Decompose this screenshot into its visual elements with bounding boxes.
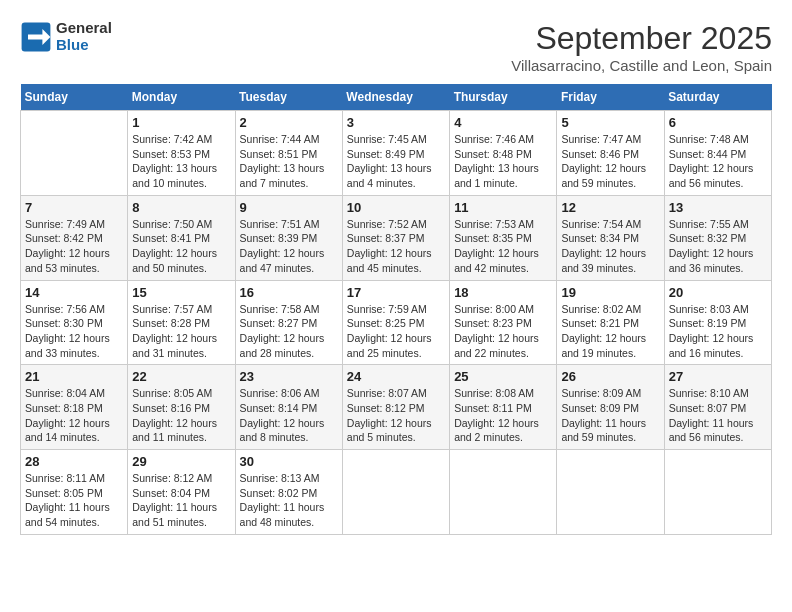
header-friday: Friday bbox=[557, 84, 664, 111]
calendar-week-2: 7 Sunrise: 7:49 AM Sunset: 8:42 PM Dayli… bbox=[21, 195, 772, 280]
logo-text-general: General bbox=[56, 20, 112, 37]
calendar-cell: 24 Sunrise: 8:07 AM Sunset: 8:12 PM Dayl… bbox=[342, 365, 449, 450]
calendar-cell: 17 Sunrise: 7:59 AM Sunset: 8:25 PM Dayl… bbox=[342, 280, 449, 365]
header-sunday: Sunday bbox=[21, 84, 128, 111]
calendar-cell: 5 Sunrise: 7:47 AM Sunset: 8:46 PM Dayli… bbox=[557, 111, 664, 196]
calendar-cell: 27 Sunrise: 8:10 AM Sunset: 8:07 PM Dayl… bbox=[664, 365, 771, 450]
calendar-cell: 18 Sunrise: 8:00 AM Sunset: 8:23 PM Dayl… bbox=[450, 280, 557, 365]
day-number: 5 bbox=[561, 115, 659, 130]
calendar-week-4: 21 Sunrise: 8:04 AM Sunset: 8:18 PM Dayl… bbox=[21, 365, 772, 450]
day-info: Sunrise: 8:11 AM Sunset: 8:05 PM Dayligh… bbox=[25, 471, 123, 530]
day-info: Sunrise: 8:09 AM Sunset: 8:09 PM Dayligh… bbox=[561, 386, 659, 445]
day-info: Sunrise: 7:51 AM Sunset: 8:39 PM Dayligh… bbox=[240, 217, 338, 276]
calendar-cell: 4 Sunrise: 7:46 AM Sunset: 8:48 PM Dayli… bbox=[450, 111, 557, 196]
calendar-cell: 2 Sunrise: 7:44 AM Sunset: 8:51 PM Dayli… bbox=[235, 111, 342, 196]
calendar-cell: 12 Sunrise: 7:54 AM Sunset: 8:34 PM Dayl… bbox=[557, 195, 664, 280]
calendar-cell: 8 Sunrise: 7:50 AM Sunset: 8:41 PM Dayli… bbox=[128, 195, 235, 280]
location-subtitle: Villasarracino, Castille and Leon, Spain bbox=[511, 57, 772, 74]
calendar-cell: 23 Sunrise: 8:06 AM Sunset: 8:14 PM Dayl… bbox=[235, 365, 342, 450]
calendar-cell bbox=[21, 111, 128, 196]
day-info: Sunrise: 7:49 AM Sunset: 8:42 PM Dayligh… bbox=[25, 217, 123, 276]
day-info: Sunrise: 8:12 AM Sunset: 8:04 PM Dayligh… bbox=[132, 471, 230, 530]
day-info: Sunrise: 7:55 AM Sunset: 8:32 PM Dayligh… bbox=[669, 217, 767, 276]
day-number: 11 bbox=[454, 200, 552, 215]
calendar-cell: 22 Sunrise: 8:05 AM Sunset: 8:16 PM Dayl… bbox=[128, 365, 235, 450]
calendar-cell bbox=[557, 450, 664, 535]
calendar-table: SundayMondayTuesdayWednesdayThursdayFrid… bbox=[20, 84, 772, 535]
day-number: 10 bbox=[347, 200, 445, 215]
calendar-cell bbox=[342, 450, 449, 535]
title-block: September 2025 Villasarracino, Castille … bbox=[511, 20, 772, 74]
day-info: Sunrise: 8:04 AM Sunset: 8:18 PM Dayligh… bbox=[25, 386, 123, 445]
day-number: 23 bbox=[240, 369, 338, 384]
day-info: Sunrise: 7:57 AM Sunset: 8:28 PM Dayligh… bbox=[132, 302, 230, 361]
day-number: 26 bbox=[561, 369, 659, 384]
day-info: Sunrise: 8:03 AM Sunset: 8:19 PM Dayligh… bbox=[669, 302, 767, 361]
day-info: Sunrise: 8:02 AM Sunset: 8:21 PM Dayligh… bbox=[561, 302, 659, 361]
calendar-week-3: 14 Sunrise: 7:56 AM Sunset: 8:30 PM Dayl… bbox=[21, 280, 772, 365]
header-thursday: Thursday bbox=[450, 84, 557, 111]
day-info: Sunrise: 7:42 AM Sunset: 8:53 PM Dayligh… bbox=[132, 132, 230, 191]
day-number: 18 bbox=[454, 285, 552, 300]
calendar-cell: 6 Sunrise: 7:48 AM Sunset: 8:44 PM Dayli… bbox=[664, 111, 771, 196]
day-number: 7 bbox=[25, 200, 123, 215]
day-number: 1 bbox=[132, 115, 230, 130]
calendar-cell: 14 Sunrise: 7:56 AM Sunset: 8:30 PM Dayl… bbox=[21, 280, 128, 365]
calendar-cell: 21 Sunrise: 8:04 AM Sunset: 8:18 PM Dayl… bbox=[21, 365, 128, 450]
day-number: 13 bbox=[669, 200, 767, 215]
day-number: 17 bbox=[347, 285, 445, 300]
header-monday: Monday bbox=[128, 84, 235, 111]
day-number: 3 bbox=[347, 115, 445, 130]
day-info: Sunrise: 7:56 AM Sunset: 8:30 PM Dayligh… bbox=[25, 302, 123, 361]
calendar-cell: 1 Sunrise: 7:42 AM Sunset: 8:53 PM Dayli… bbox=[128, 111, 235, 196]
calendar-cell: 19 Sunrise: 8:02 AM Sunset: 8:21 PM Dayl… bbox=[557, 280, 664, 365]
day-info: Sunrise: 8:05 AM Sunset: 8:16 PM Dayligh… bbox=[132, 386, 230, 445]
day-number: 27 bbox=[669, 369, 767, 384]
day-info: Sunrise: 8:06 AM Sunset: 8:14 PM Dayligh… bbox=[240, 386, 338, 445]
calendar-cell: 26 Sunrise: 8:09 AM Sunset: 8:09 PM Dayl… bbox=[557, 365, 664, 450]
calendar-week-1: 1 Sunrise: 7:42 AM Sunset: 8:53 PM Dayli… bbox=[21, 111, 772, 196]
day-number: 12 bbox=[561, 200, 659, 215]
calendar-cell: 7 Sunrise: 7:49 AM Sunset: 8:42 PM Dayli… bbox=[21, 195, 128, 280]
day-info: Sunrise: 8:07 AM Sunset: 8:12 PM Dayligh… bbox=[347, 386, 445, 445]
day-number: 24 bbox=[347, 369, 445, 384]
day-number: 25 bbox=[454, 369, 552, 384]
calendar-cell: 25 Sunrise: 8:08 AM Sunset: 8:11 PM Dayl… bbox=[450, 365, 557, 450]
day-number: 14 bbox=[25, 285, 123, 300]
day-number: 20 bbox=[669, 285, 767, 300]
day-number: 2 bbox=[240, 115, 338, 130]
calendar-header-row: SundayMondayTuesdayWednesdayThursdayFrid… bbox=[21, 84, 772, 111]
logo-icon bbox=[20, 21, 52, 53]
calendar-cell: 10 Sunrise: 7:52 AM Sunset: 8:37 PM Dayl… bbox=[342, 195, 449, 280]
day-info: Sunrise: 7:45 AM Sunset: 8:49 PM Dayligh… bbox=[347, 132, 445, 191]
day-info: Sunrise: 7:52 AM Sunset: 8:37 PM Dayligh… bbox=[347, 217, 445, 276]
day-number: 15 bbox=[132, 285, 230, 300]
day-info: Sunrise: 8:08 AM Sunset: 8:11 PM Dayligh… bbox=[454, 386, 552, 445]
day-number: 6 bbox=[669, 115, 767, 130]
calendar-cell: 29 Sunrise: 8:12 AM Sunset: 8:04 PM Dayl… bbox=[128, 450, 235, 535]
day-info: Sunrise: 7:54 AM Sunset: 8:34 PM Dayligh… bbox=[561, 217, 659, 276]
day-number: 21 bbox=[25, 369, 123, 384]
day-info: Sunrise: 8:00 AM Sunset: 8:23 PM Dayligh… bbox=[454, 302, 552, 361]
page-header: General Blue September 2025 Villasarraci… bbox=[20, 20, 772, 74]
day-info: Sunrise: 8:10 AM Sunset: 8:07 PM Dayligh… bbox=[669, 386, 767, 445]
day-number: 28 bbox=[25, 454, 123, 469]
calendar-cell: 28 Sunrise: 8:11 AM Sunset: 8:05 PM Dayl… bbox=[21, 450, 128, 535]
header-saturday: Saturday bbox=[664, 84, 771, 111]
day-info: Sunrise: 7:44 AM Sunset: 8:51 PM Dayligh… bbox=[240, 132, 338, 191]
calendar-cell: 20 Sunrise: 8:03 AM Sunset: 8:19 PM Dayl… bbox=[664, 280, 771, 365]
calendar-cell: 9 Sunrise: 7:51 AM Sunset: 8:39 PM Dayli… bbox=[235, 195, 342, 280]
logo: General Blue bbox=[20, 20, 112, 53]
calendar-cell bbox=[664, 450, 771, 535]
calendar-cell: 13 Sunrise: 7:55 AM Sunset: 8:32 PM Dayl… bbox=[664, 195, 771, 280]
calendar-cell: 16 Sunrise: 7:58 AM Sunset: 8:27 PM Dayl… bbox=[235, 280, 342, 365]
calendar-cell bbox=[450, 450, 557, 535]
calendar-cell: 3 Sunrise: 7:45 AM Sunset: 8:49 PM Dayli… bbox=[342, 111, 449, 196]
calendar-week-5: 28 Sunrise: 8:11 AM Sunset: 8:05 PM Dayl… bbox=[21, 450, 772, 535]
header-wednesday: Wednesday bbox=[342, 84, 449, 111]
day-info: Sunrise: 7:50 AM Sunset: 8:41 PM Dayligh… bbox=[132, 217, 230, 276]
day-number: 29 bbox=[132, 454, 230, 469]
day-number: 16 bbox=[240, 285, 338, 300]
day-info: Sunrise: 7:58 AM Sunset: 8:27 PM Dayligh… bbox=[240, 302, 338, 361]
day-number: 22 bbox=[132, 369, 230, 384]
